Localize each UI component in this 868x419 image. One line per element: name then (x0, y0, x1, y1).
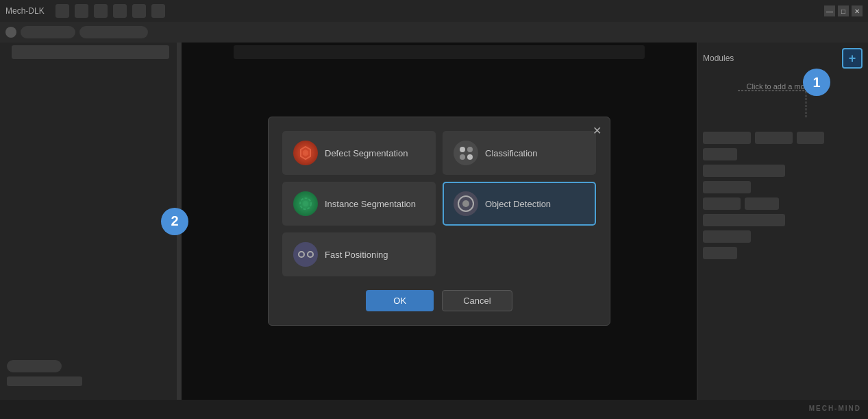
click-hint-text: Click to add a module (703, 82, 863, 91)
right-row-5 (703, 197, 863, 210)
close-button[interactable]: ✕ (852, 5, 863, 16)
left-sidebar (0, 43, 182, 400)
right-panel: Modules + 1 Click to add a module (697, 43, 868, 400)
module-item-classification[interactable]: Classification (443, 131, 596, 175)
hint-dashed-line (738, 91, 806, 118)
toolbar-btn-3[interactable] (94, 4, 108, 18)
right-ph-11 (703, 247, 737, 259)
svg-point-3 (303, 201, 308, 206)
module-item-instance-segmentation[interactable]: Instance Segmentation (282, 182, 436, 226)
watermark: MECH-MIND (809, 405, 861, 412)
right-ph-6 (703, 181, 751, 193)
toolbar-dot (5, 27, 16, 38)
instance-segmentation-icon (293, 191, 318, 216)
toolbar-btn-6[interactable] (151, 4, 165, 18)
right-row-4 (703, 181, 863, 193)
class-dot-2 (467, 147, 473, 152)
class-dot-1 (460, 147, 465, 152)
fast-positioning-label: Fast Positioning (325, 250, 388, 260)
step-2-indicator: 2 (161, 208, 188, 235)
module-item-defect-segmentation[interactable]: Defect Segmentation (282, 131, 436, 175)
right-row-8 (703, 247, 863, 259)
right-row-1 (703, 132, 863, 144)
sidebar-search-row (0, 43, 181, 62)
center-area: 2 ✕ Defect Segmentation (182, 43, 697, 400)
right-ph-7 (703, 197, 741, 210)
right-ph-3 (797, 132, 824, 144)
classification-icon (454, 141, 478, 165)
fast-dot-2 (307, 251, 314, 258)
object-detection-label: Object Detection (485, 199, 551, 209)
window-controls: — □ ✕ (824, 5, 863, 16)
modules-label: Modules (703, 53, 842, 63)
toolbar-btn-4[interactable] (113, 4, 127, 18)
module-select-modal: ✕ Defect Segmentation (268, 117, 610, 326)
fast-icon-inner (298, 251, 314, 258)
defect-segmentation-icon (293, 141, 318, 165)
cancel-button[interactable]: Cancel (442, 290, 512, 311)
title-bar: Mech-DLK — □ ✕ (0, 0, 868, 22)
right-ph-9 (703, 214, 785, 226)
right-row-2 (703, 148, 863, 160)
sidebar-search-bar[interactable] (12, 45, 169, 59)
modal-close-button[interactable]: ✕ (593, 124, 602, 137)
sidebar-bottom-pill-1 (7, 360, 62, 372)
toolbar-pill-1 (21, 26, 75, 38)
add-module-button[interactable]: + (842, 48, 863, 69)
modules-header: Modules + 1 (703, 48, 863, 69)
sidebar-bottom (7, 360, 82, 386)
right-row-6 (703, 214, 863, 226)
detect-icon-inner (458, 195, 474, 212)
instance-segmentation-label: Instance Segmentation (325, 199, 416, 209)
modal-overlay: 2 ✕ Defect Segmentation (182, 43, 697, 400)
defect-segmentation-label: Defect Segmentation (325, 148, 408, 158)
right-ph-10 (703, 230, 751, 243)
ok-button[interactable]: OK (366, 290, 434, 311)
right-ph-8 (745, 197, 779, 210)
right-ph-2 (755, 132, 793, 144)
right-row-3 (703, 165, 863, 177)
step-1-indicator: 1 (803, 69, 830, 96)
module-item-object-detection[interactable]: Object Detection (443, 182, 596, 226)
fast-positioning-icon (293, 242, 318, 267)
svg-marker-1 (303, 149, 308, 156)
class-dot-3 (460, 154, 465, 160)
right-ph-1 (703, 132, 751, 144)
classification-label: Classification (485, 148, 538, 158)
toolbar-pill-2 (79, 26, 148, 38)
fast-dot-1 (298, 251, 305, 258)
module-item-fast-positioning[interactable]: Fast Positioning (282, 232, 436, 276)
maximize-button[interactable]: □ (838, 5, 849, 16)
app-title: Mech-DLK (5, 6, 45, 16)
toolbar-row (0, 22, 868, 43)
toolbar-btn-2[interactable] (75, 4, 88, 18)
toolbar-btn-5[interactable] (132, 4, 146, 18)
right-ph-4 (703, 148, 737, 160)
right-row-7 (703, 230, 863, 243)
object-detection-icon (454, 191, 478, 216)
class-dot-4 (467, 154, 473, 160)
modal-footer: OK Cancel (282, 290, 596, 311)
toolbar-btn-1[interactable] (55, 4, 69, 18)
right-ph-5 (703, 165, 785, 177)
module-grid: Defect Segmentation Classifica (282, 131, 596, 276)
main-layout: 2 ✕ Defect Segmentation (0, 43, 868, 400)
right-placeholders (703, 132, 863, 259)
detect-inner-dot (462, 200, 469, 207)
minimize-button[interactable]: — (824, 5, 835, 16)
sidebar-bottom-pill-2 (7, 376, 82, 386)
